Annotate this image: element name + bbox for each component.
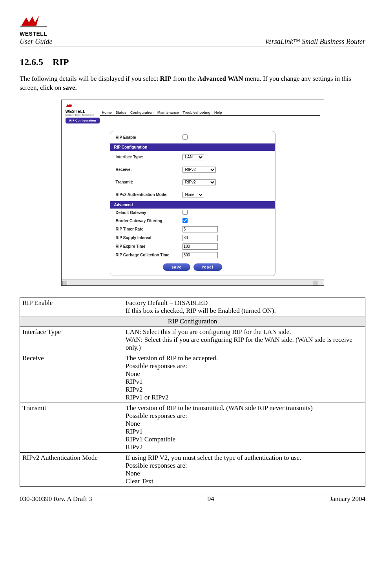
transmit-row: Transmit: RIPv2 — [110, 176, 275, 189]
cell-auth-desc: If using RIP V2, you must select the typ… — [123, 452, 365, 486]
table-row: Interface Type LAN: Select this if you a… — [20, 327, 365, 353]
nav-troubleshooting[interactable]: Troubleshooting — [183, 111, 211, 114]
reset-button[interactable]: reset — [193, 263, 222, 271]
table-row: RIPv2 Authentication Mode If using RIP V… — [20, 452, 365, 486]
nav-help[interactable]: Help — [214, 111, 222, 114]
cell-rip-enable-desc: Factory Default = DISABLED If this box i… — [123, 298, 365, 316]
footer-page-number: 94 — [208, 495, 214, 503]
app-banner: WESTELL Discover Better Broadband Home S… — [62, 100, 324, 116]
interface-type-label: Interface Type: — [116, 155, 182, 159]
cell-config-header: RIP Configuration — [20, 316, 365, 327]
westell-small-logo-icon — [66, 102, 77, 109]
page-footer: 030-300390 Rev. A Draft 3 94 January 200… — [20, 494, 365, 503]
advanced-section-header: Advanced — [110, 201, 275, 209]
nav-status[interactable]: Status — [116, 111, 127, 114]
expire-time-input[interactable] — [182, 243, 218, 250]
browser-frame: WESTELL Discover Better Broadband Home S… — [61, 100, 324, 286]
border-filter-checkbox[interactable] — [182, 218, 188, 223]
router-body: RIP Enable RIP Configuration Interface T… — [62, 123, 324, 279]
transmit-select[interactable]: RIPv2 — [182, 179, 216, 185]
cell-iface-desc: LAN: Select this if you are configuring … — [123, 327, 365, 353]
garbage-time-label: RIP Garbage Collection Time — [116, 253, 182, 257]
receive-label: Receive: — [116, 167, 182, 172]
svg-rect-0 — [20, 27, 47, 27]
footer-right: January 2004 — [330, 495, 365, 503]
footer-left: 030-300390 Rev. A Draft 3 — [20, 495, 92, 503]
table-row: Transmit The version of RIP to be transm… — [20, 403, 365, 452]
garbage-time-input[interactable] — [182, 252, 218, 258]
brand-name: WESTELL — [20, 31, 47, 37]
table-row: RIP Enable Factory Default = DISABLED If… — [20, 298, 365, 316]
default-gateway-row: Default Gateway — [110, 209, 275, 217]
user-guide-label: User Guide — [20, 38, 53, 46]
cell-receive-desc: The version of RIP to be accepted. Possi… — [123, 353, 365, 403]
auth-mode-label: RIPv2 Authentication Mode: — [116, 192, 182, 197]
rip-enable-label: RIP Enable — [116, 135, 182, 140]
config-section-header: RIP Configuration — [110, 143, 275, 151]
app-tagline: Discover Better Broadband — [66, 114, 94, 116]
config-panel: RIP Enable RIP Configuration Interface T… — [110, 131, 275, 276]
rip-enable-checkbox[interactable] — [182, 134, 188, 140]
section-heading: 12.6.5 RIP — [20, 57, 365, 67]
intro-text: The following details will be displayed … — [20, 75, 160, 82]
default-gateway-checkbox[interactable] — [182, 210, 188, 215]
border-filter-label: Border Gateway Filtering — [116, 219, 182, 223]
section-title-text: RIP — [53, 57, 69, 67]
section-number: 12.6.5 — [20, 57, 43, 67]
button-row: save reset — [110, 260, 275, 276]
auth-mode-row: RIPv2 Authentication Mode: None — [110, 189, 275, 201]
definitions-table: RIP Enable Factory Default = DISABLED If… — [20, 298, 365, 487]
tab-rip-configuration[interactable]: RIP Configuration — [66, 118, 100, 123]
supply-interval-input[interactable] — [182, 235, 218, 241]
expire-time-row: RIP Expire Time — [110, 242, 275, 251]
nav-maintenance[interactable]: Maintenance — [157, 111, 179, 114]
cell-auth-name: RIPv2 Authentication Mode — [20, 452, 123, 486]
router-screenshot: WESTELL Discover Better Broadband Home S… — [61, 100, 324, 286]
intro-mid: from the — [172, 75, 198, 82]
receive-row: Receive: RIPv2 — [110, 163, 275, 176]
page-header: WESTELL User Guide VersaLink™ Small Busi… — [20, 16, 365, 47]
cell-rip-enable-name: RIP Enable — [20, 298, 123, 316]
cell-receive-name: Receive — [20, 353, 123, 403]
intro-bold-menu: Advanced WAN — [197, 75, 243, 82]
save-button[interactable]: save — [163, 263, 190, 271]
cell-transmit-name: Transmit — [20, 403, 123, 452]
timer-rate-input[interactable] — [182, 226, 218, 232]
receive-select[interactable]: RIPv2 — [182, 167, 216, 173]
timer-rate-label: RIP Timer Rate — [116, 227, 182, 231]
default-gateway-label: Default Gateway — [116, 211, 182, 215]
nav-bar: Home Status Configuration Maintenance Tr… — [100, 111, 320, 116]
border-filter-row: Border Gateway Filtering — [110, 217, 275, 225]
auth-mode-select[interactable]: None — [182, 192, 204, 198]
nav-home[interactable]: Home — [102, 111, 112, 114]
transmit-label: Transmit: — [116, 180, 182, 184]
horizontal-scrollbar[interactable] — [62, 279, 324, 285]
garbage-time-row: RIP Garbage Collection Time — [110, 251, 275, 260]
product-title: VersaLink™ Small Business Router — [265, 38, 365, 46]
brand-block: WESTELL User Guide — [20, 16, 53, 46]
rip-enable-row: RIP Enable — [110, 131, 275, 143]
intro-paragraph: The following details will be displayed … — [20, 74, 365, 93]
supply-interval-label: RIP Supply Interval — [116, 236, 182, 240]
westell-logo-icon — [20, 16, 53, 31]
intro-bold-rip: RIP — [160, 75, 171, 82]
app-brand: WESTELL — [66, 109, 94, 114]
supply-interval-row: RIP Supply Interval — [110, 234, 275, 242]
nav-configuration[interactable]: Configuration — [130, 111, 153, 114]
interface-type-row: Interface Type: LAN — [110, 151, 275, 163]
interface-type-select[interactable]: LAN — [182, 154, 204, 160]
cell-iface-name: Interface Type — [20, 327, 123, 353]
cell-transmit-desc: The version of RIP to be transmitted. (W… — [123, 403, 365, 452]
intro-bold-save: save. — [63, 84, 77, 91]
table-row: Receive The version of RIP to be accepte… — [20, 353, 365, 403]
timer-rate-row: RIP Timer Rate — [110, 225, 275, 234]
app-logo: WESTELL Discover Better Broadband — [66, 102, 94, 116]
table-row: RIP Configuration — [20, 316, 365, 327]
expire-time-label: RIP Expire Time — [116, 244, 182, 249]
